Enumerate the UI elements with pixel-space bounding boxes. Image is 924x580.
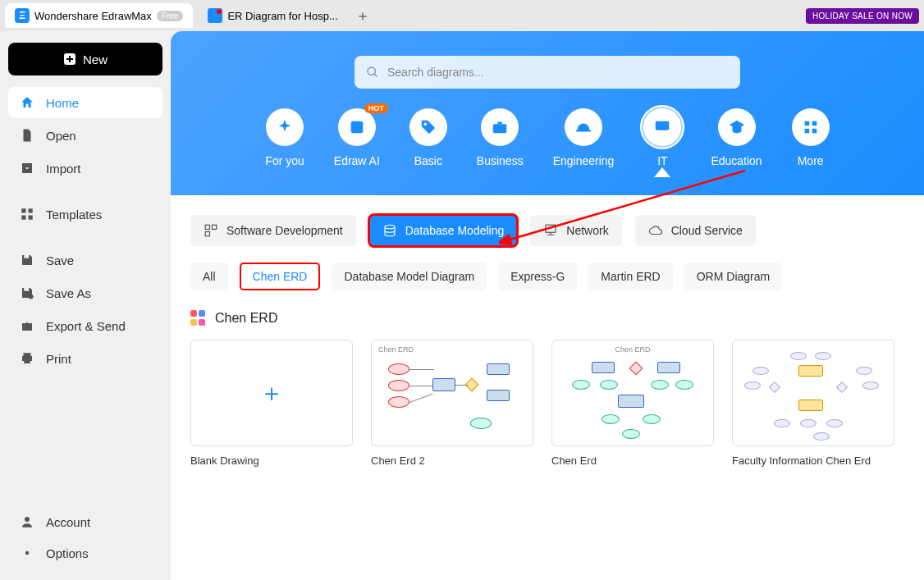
filter-chen-erd[interactable]: Chen ERD	[240, 263, 321, 290]
category-engineering[interactable]: Engineering	[553, 108, 615, 167]
print-icon	[20, 351, 34, 366]
sub-tab-cloud-service[interactable]: Cloud Service	[635, 215, 756, 246]
svg-rect-1	[21, 208, 25, 212]
sidebar-item-export-send[interactable]: Export & Send	[8, 310, 162, 341]
code-grid-icon	[204, 223, 218, 238]
sidebar-item-options[interactable]: Options	[8, 537, 162, 569]
category-label: Basic	[414, 154, 442, 167]
sidebar-item-label: Import	[46, 162, 81, 176]
plus-box-icon	[63, 53, 76, 66]
svg-point-5	[29, 295, 34, 299]
template-chen-erd-2[interactable]: Chen ERD Chen Erd 2	[371, 340, 533, 467]
sidebar-item-save-as[interactable]: Save As	[8, 277, 162, 308]
sidebar-item-print[interactable]: Print	[8, 343, 162, 374]
template-thumbnail: ＋	[190, 340, 353, 446]
export-icon	[20, 318, 34, 333]
category-edraw-ai[interactable]: HOT Edraw AI	[334, 108, 380, 167]
search-input[interactable]	[387, 66, 729, 79]
filter-all[interactable]: All	[190, 263, 228, 290]
category-it[interactable]: IT	[643, 108, 681, 167]
category-label: Edraw AI	[334, 154, 380, 167]
sidebar-item-label: Open	[46, 129, 76, 143]
sidebar-item-label: Templates	[46, 208, 102, 221]
tag-icon	[419, 118, 437, 136]
sub-tab-label: Database Modeling	[405, 224, 505, 237]
filter-martin-erd[interactable]: Martin ERD	[588, 263, 672, 290]
document-tab-er-diagram[interactable]: ER Diagram for Hosp...	[198, 3, 347, 28]
new-button[interactable]: New	[8, 43, 162, 75]
sidebar-item-account[interactable]: Account	[8, 506, 162, 537]
templates-icon	[20, 207, 34, 221]
template-name: Faculty Information Chen Erd	[732, 454, 894, 467]
svg-rect-17	[205, 225, 209, 229]
database-icon	[382, 223, 397, 238]
sub-tab-software-development[interactable]: Software Development	[190, 215, 356, 246]
filter-database-model-diagram[interactable]: Database Model Diagram	[332, 263, 487, 290]
svg-rect-4	[29, 216, 33, 220]
sub-tab-row: Software Development Database Modeling N…	[190, 215, 904, 246]
titlebar-tabs: Ξ Wondershare EdrawMax Free ER Diagram f…	[0, 0, 924, 31]
new-tab-button[interactable]: ＋	[353, 6, 373, 25]
filter-express-g[interactable]: Express-G	[498, 263, 577, 290]
save-icon	[20, 253, 34, 267]
category-education[interactable]: Education	[711, 108, 762, 167]
new-button-label: New	[83, 53, 107, 66]
template-chen-erd[interactable]: Chen ERD Chen Erd	[551, 340, 714, 467]
sidebar-item-home[interactable]: Home	[8, 87, 162, 118]
save-as-icon	[20, 285, 34, 300]
sidebar-item-templates[interactable]: Templates	[8, 199, 162, 230]
sidebar-item-save[interactable]: Save	[8, 244, 162, 276]
sidebar-item-label: Account	[46, 515, 90, 529]
sub-tab-label: Cloud Service	[671, 224, 743, 237]
briefcase-icon	[491, 118, 509, 136]
category-row: For you HOT Edraw AI Basic Business	[171, 108, 924, 167]
app-tab-edrawmax[interactable]: Ξ Wondershare EdrawMax Free	[5, 3, 193, 28]
selected-pointer-icon	[654, 167, 670, 177]
category-business[interactable]: Business	[477, 108, 524, 167]
svg-point-6	[25, 517, 30, 522]
template-faculty-information[interactable]: Faculty Information Chen Erd	[732, 340, 894, 467]
content-area: For you HOT Edraw AI Basic Business	[171, 31, 924, 580]
sub-tab-database-modeling[interactable]: Database Modeling	[369, 215, 518, 246]
sidebar-item-open[interactable]: Open	[8, 120, 162, 151]
network-icon	[543, 223, 558, 238]
gear-icon	[20, 546, 34, 560]
svg-rect-14	[812, 121, 817, 126]
category-label: IT	[657, 154, 667, 167]
sidebar-item-label: Save	[46, 253, 74, 267]
hot-badge: HOT	[364, 103, 388, 113]
section-heading: Chen ERD	[190, 310, 904, 327]
template-thumbnail: Chen ERD	[551, 340, 714, 446]
svg-point-10	[423, 123, 427, 126]
template-blank-drawing[interactable]: ＋ Blank Drawing	[190, 340, 353, 467]
grid-icon	[802, 118, 820, 136]
svg-rect-21	[546, 225, 556, 232]
category-label: Business	[477, 154, 524, 167]
filter-orm-diagram[interactable]: ORM Diagram	[684, 263, 782, 290]
holiday-sale-button[interactable]: HOLIDAY SALE ON NOW	[806, 8, 919, 24]
tab-title: ER Diagram for Hosp...	[227, 10, 337, 22]
section-color-icon	[190, 310, 207, 327]
category-label: Engineering	[553, 154, 615, 167]
category-label: Education	[711, 154, 762, 167]
svg-point-7	[25, 551, 30, 555]
svg-rect-16	[812, 129, 817, 134]
svg-rect-15	[804, 129, 809, 134]
sidebar-item-import[interactable]: Import	[8, 153, 162, 184]
sidebar-item-label: Options	[46, 546, 89, 560]
search-box[interactable]	[355, 56, 740, 89]
svg-rect-3	[21, 216, 25, 220]
category-basic[interactable]: Basic	[409, 108, 447, 167]
template-name: Blank Drawing	[190, 454, 353, 467]
sub-tab-network[interactable]: Network	[530, 215, 621, 246]
document-icon	[208, 8, 222, 23]
category-more[interactable]: More	[792, 108, 830, 167]
app-logo-icon: Ξ	[15, 8, 30, 23]
template-thumbnail	[732, 340, 894, 446]
category-for-you[interactable]: For you	[265, 108, 304, 167]
svg-point-20	[385, 225, 395, 229]
svg-point-8	[368, 67, 375, 75]
svg-rect-2	[29, 208, 33, 212]
section-title-text: Chen ERD	[215, 311, 277, 326]
tab-title: Wondershare EdrawMax	[34, 10, 152, 22]
